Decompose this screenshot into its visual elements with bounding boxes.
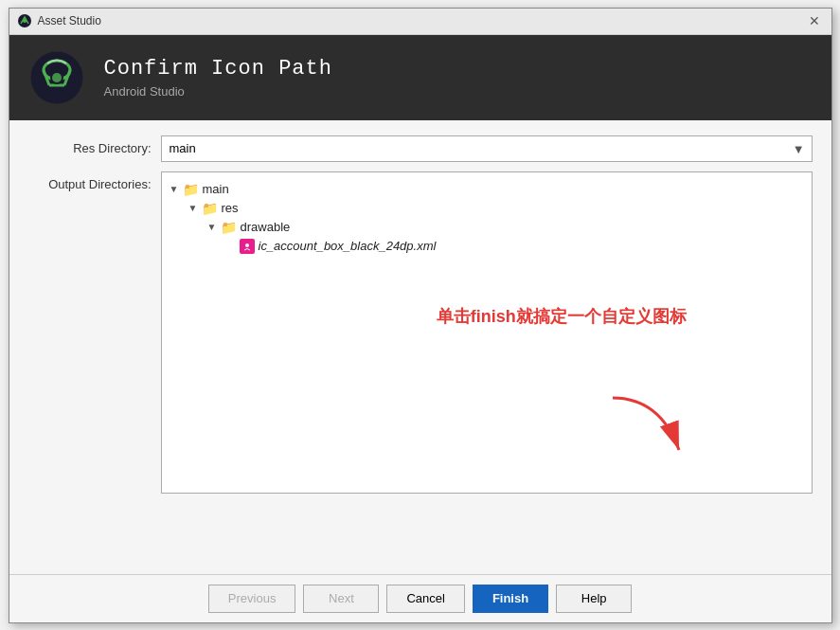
tree-item-drawable: ▼ 📁 drawable [207, 218, 804, 237]
tree-arrow-drawable: ▼ [207, 222, 217, 232]
res-directory-select[interactable]: main [161, 135, 813, 162]
tree-label-main: main [203, 182, 229, 196]
res-directory-select-wrapper: main ▼ [161, 135, 813, 162]
window-title: Asset Studio [38, 14, 101, 27]
title-bar: Asset Studio ✕ [9, 9, 831, 35]
tree-children-drawable: ic_account_box_black_24dp.xml [207, 237, 804, 256]
tree-item-main: ▼ 📁 main [170, 180, 804, 199]
tree-arrow-main: ▼ [170, 184, 179, 194]
app-icon [17, 13, 32, 28]
svg-point-1 [23, 19, 27, 23]
folder-icon-main: 📁 [183, 182, 199, 197]
tree-children-main: ▼ 📁 res ▼ 📁 drawable [170, 199, 804, 256]
tree-item-file: ic_account_box_black_24dp.xml [226, 237, 804, 256]
svg-point-6 [245, 243, 249, 247]
cancel-button[interactable]: Cancel [386, 585, 464, 613]
tree-children-res: ▼ 📁 drawable ic_account_box_bla [188, 218, 804, 256]
file-tree-container: ▼ 📁 main ▼ 📁 res ▼ 📁 [161, 171, 813, 494]
next-button[interactable]: Next [303, 585, 379, 613]
annotation-text: 单击finish就搞定一个自定义图标 [437, 305, 687, 328]
help-button[interactable]: Help [556, 585, 632, 613]
footer: Previous Next Cancel Finish Help [9, 574, 831, 622]
header-text: Confirm Icon Path Android Studio [104, 57, 332, 99]
header-section: Confirm Icon Path Android Studio [9, 35, 831, 120]
tree-arrow-res: ▼ [188, 203, 198, 213]
close-button[interactable]: ✕ [805, 13, 824, 28]
folder-icon-drawable: 📁 [221, 220, 237, 235]
main-window: Asset Studio ✕ Confirm Icon Path Android… [9, 8, 832, 623]
file-type-icon [240, 239, 255, 254]
header-title: Confirm Icon Path [104, 57, 332, 81]
file-name-label: ic_account_box_black_24dp.xml [259, 239, 437, 253]
res-directory-label: Res Directory: [28, 141, 152, 155]
finish-button[interactable]: Finish [473, 585, 548, 613]
output-directories-row: Output Directories: ▼ 📁 main ▼ 📁 res [28, 171, 813, 494]
header-subtitle: Android Studio [104, 84, 332, 99]
svg-point-5 [52, 73, 62, 82]
title-bar-left: Asset Studio [17, 13, 101, 28]
folder-icon-res: 📁 [202, 201, 218, 216]
output-directories-label: Output Directories: [28, 171, 152, 494]
tree-item-res: ▼ 📁 res [188, 199, 804, 218]
previous-button[interactable]: Previous [208, 585, 296, 613]
tree-label-drawable: drawable [241, 220, 291, 234]
header-logo [28, 49, 85, 106]
res-directory-row: Res Directory: main ▼ [28, 135, 813, 162]
content-area: Res Directory: main ▼ Output Directories… [9, 120, 831, 574]
tree-label-res: res [222, 201, 239, 215]
arrow-icon [603, 388, 698, 464]
